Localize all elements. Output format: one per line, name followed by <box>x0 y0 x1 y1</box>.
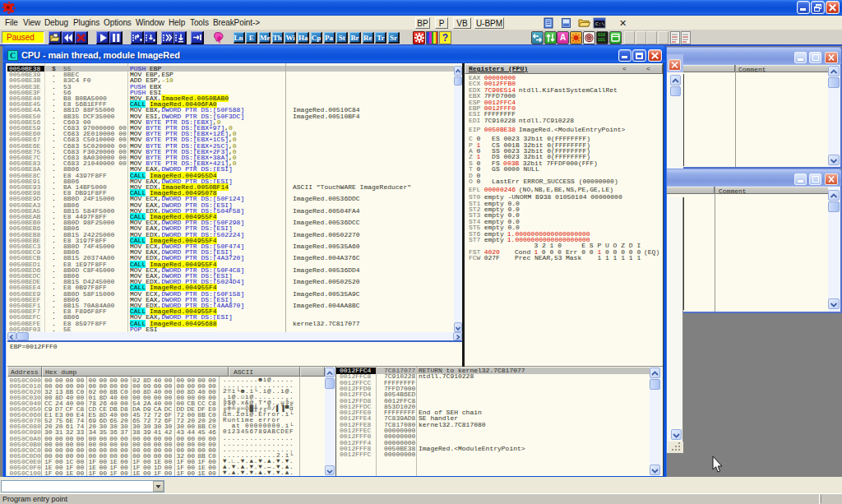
svg-text:C:\: C:\ <box>595 21 604 27</box>
